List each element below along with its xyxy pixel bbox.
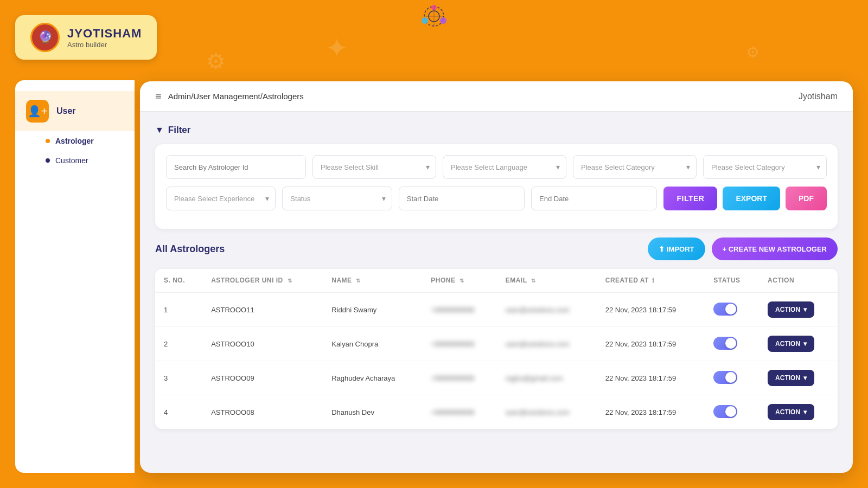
cell-name: Riddhi Swamy xyxy=(323,292,422,327)
sidebar-item-user[interactable]: 👤+ User xyxy=(15,91,135,131)
import-button[interactable]: ⬆ IMPORT xyxy=(648,237,705,260)
sort-name[interactable]: ⇅ xyxy=(356,278,361,284)
language-select[interactable]: Please Select Language xyxy=(443,155,566,179)
cell-status[interactable] xyxy=(705,395,759,429)
cell-status[interactable] xyxy=(705,327,759,361)
sidebar-sublabel-customer: Customer xyxy=(55,156,88,165)
col-name: NAME ⇅ xyxy=(323,269,422,292)
filter-card: Please Select Skill Please Select Langua… xyxy=(155,144,838,229)
status-toggle[interactable] xyxy=(713,303,737,316)
filter-label: Filter xyxy=(168,125,191,136)
skill-select[interactable]: Please Select Skill xyxy=(312,155,436,179)
cell-created: 22 Nov, 2023 18:17:59 xyxy=(597,395,705,429)
col-phone: PHONE ⇅ xyxy=(422,269,496,292)
header-left: ≡ Admin/User Management/Astrologers xyxy=(155,90,304,102)
col-email: EMAIL ⇅ xyxy=(497,269,597,292)
table-section: All Astrologers ⬆ IMPORT + CREATE NEW AS… xyxy=(140,237,853,440)
filter-icon: ▼ xyxy=(155,125,164,135)
sidebar-sublabel-astrologer: Astrologer xyxy=(55,137,94,145)
cell-email: user@solutions.com xyxy=(497,327,597,361)
action-button[interactable]: ACTION ▾ xyxy=(768,370,814,386)
sort-email[interactable]: ⇅ xyxy=(531,278,536,284)
create-astrologer-button[interactable]: + CREATE NEW ASTROLOGER xyxy=(712,237,838,260)
category2-select-wrapper: Please Select Category xyxy=(703,155,827,179)
user-icon: 👤+ xyxy=(28,105,48,118)
toggle-track[interactable] xyxy=(713,371,737,384)
toggle-thumb xyxy=(725,338,736,349)
chevron-down-icon: ▾ xyxy=(803,306,807,313)
cell-phone: +9999999999 xyxy=(422,327,496,361)
action-button[interactable]: ACTION ▾ xyxy=(768,301,814,318)
toggle-thumb xyxy=(725,304,736,314)
decor-gear-1: ⚙ xyxy=(206,49,226,74)
table-body: 1 ASTROOO11 Riddhi Swamy +9999999999 use… xyxy=(155,292,838,429)
chevron-down-icon: ▾ xyxy=(803,340,807,348)
category2-select[interactable]: Please Select Category xyxy=(703,155,827,179)
cell-uni-id: ASTROOO08 xyxy=(202,395,323,429)
pdf-button[interactable]: PDF xyxy=(786,187,827,210)
cell-status[interactable] xyxy=(705,292,759,327)
main-panel: ≡ Admin/User Management/Astrologers Jyot… xyxy=(140,81,853,473)
info-icon: ℹ xyxy=(652,277,655,284)
dot-customer xyxy=(46,158,50,163)
cell-name: Dhanush Dev xyxy=(323,395,422,429)
logo-bar: 🔮 JYOTISHAM Astro builder xyxy=(15,15,157,60)
filter-section: ▼ Filter Please Select Skill Please Sele… xyxy=(140,112,853,237)
table-row: 4 ASTROOO08 Dhanush Dev +9999999999 user… xyxy=(155,395,838,429)
hamburger-icon[interactable]: ≡ xyxy=(155,90,162,102)
table-header-row: S. NO. ASTROLOGER UNI ID ⇅ NAME ⇅ PHONE … xyxy=(155,269,838,292)
filter-row-2: Please Select Experience Status FILTER E… xyxy=(166,187,827,210)
cell-name: Kalyan Chopra xyxy=(323,327,422,361)
breadcrumb: Admin/User Management/Astrologers xyxy=(168,92,304,101)
toggle-track[interactable] xyxy=(713,405,737,418)
skill-select-wrapper: Please Select Skill xyxy=(312,155,436,179)
cell-action: ACTION ▾ xyxy=(759,395,838,429)
toggle-track[interactable] xyxy=(713,337,737,350)
header-username: Jyotisham xyxy=(799,92,838,101)
toggle-thumb xyxy=(725,406,736,417)
cell-status[interactable] xyxy=(705,361,759,395)
sidebar-item-customer[interactable]: Customer xyxy=(46,151,135,170)
action-button[interactable]: ACTION ▾ xyxy=(768,404,814,420)
action-button[interactable]: ACTION ▾ xyxy=(768,336,814,352)
filter-button[interactable]: FILTER xyxy=(663,187,717,210)
status-toggle[interactable] xyxy=(713,337,737,350)
cell-created: 22 Nov, 2023 18:17:59 xyxy=(597,361,705,395)
sidebar-item-astrologer[interactable]: Astrologer xyxy=(46,131,135,151)
chevron-down-icon: ▾ xyxy=(803,408,807,416)
svg-point-3 xyxy=(440,17,446,24)
language-select-wrapper: Please Select Language xyxy=(443,155,566,179)
experience-select[interactable]: Please Select Experience xyxy=(166,187,276,210)
end-date-input[interactable] xyxy=(531,187,657,210)
cell-uni-id: ASTROOO09 xyxy=(202,361,323,395)
astrologers-table: S. NO. ASTROLOGER UNI ID ⇅ NAME ⇅ PHONE … xyxy=(155,269,838,429)
cell-sno: 1 xyxy=(155,292,202,327)
export-button[interactable]: EXPORT xyxy=(723,187,780,210)
sort-phone[interactable]: ⇅ xyxy=(459,278,464,284)
status-select[interactable]: Status xyxy=(282,187,392,210)
cell-action: ACTION ▾ xyxy=(759,327,838,361)
toggle-track[interactable] xyxy=(713,303,737,316)
table-row: 3 ASTROOO09 Raghudev Acharaya +999999999… xyxy=(155,361,838,395)
cell-action: ACTION ▾ xyxy=(759,292,838,327)
chevron-down-icon: ▾ xyxy=(803,374,807,382)
status-toggle[interactable] xyxy=(713,405,737,418)
cell-created: 22 Nov, 2023 18:17:59 xyxy=(597,327,705,361)
cell-name: Raghudev Acharaya xyxy=(323,361,422,395)
cell-uni-id: ASTROOO10 xyxy=(202,327,323,361)
sort-uni-id[interactable]: ⇅ xyxy=(288,278,292,284)
category1-select[interactable]: Please Select Category xyxy=(573,155,697,179)
cell-email: user@solutions.com xyxy=(497,292,597,327)
sidebar: 👤+ User Astrologer Customer xyxy=(15,80,135,473)
col-status: STATUS xyxy=(705,269,759,292)
toggle-thumb xyxy=(725,372,736,383)
table-actions: ⬆ IMPORT + CREATE NEW ASTROLOGER xyxy=(648,237,838,260)
table-head: S. NO. ASTROLOGER UNI ID ⇅ NAME ⇅ PHONE … xyxy=(155,269,838,292)
filter-title: ▼ Filter xyxy=(155,125,838,136)
status-toggle[interactable] xyxy=(713,371,737,384)
table-header-row: All Astrologers ⬆ IMPORT + CREATE NEW AS… xyxy=(155,237,838,260)
app-subtitle: Astro builder xyxy=(67,41,142,49)
filter-buttons: FILTER EXPORT PDF xyxy=(663,187,827,210)
search-astrologer-input[interactable] xyxy=(166,155,306,179)
start-date-input[interactable] xyxy=(399,187,525,210)
